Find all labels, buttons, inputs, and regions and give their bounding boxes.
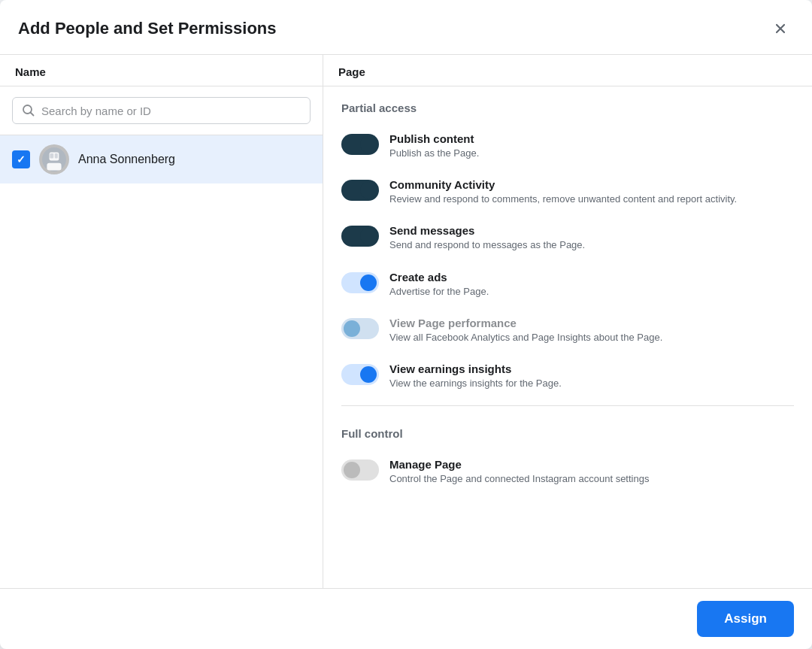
person-list-item[interactable]: ✓ Anna Sonnenberg [0, 135, 323, 183]
perm-text-send-messages: Send messages Send and respond to messag… [389, 224, 794, 252]
permission-row-publish-content: Publish content Publish as the Page. [341, 123, 794, 169]
checkmark-icon: ✓ [17, 153, 26, 165]
toggle-create-ads[interactable] [341, 272, 379, 296]
perm-text-community-activity: Community Activity Review and respond to… [389, 178, 794, 206]
perm-text-create-ads: Create ads Advertise for the Page. [389, 271, 794, 299]
modal: Add People and Set Permissions Name [0, 0, 812, 649]
svg-rect-4 [50, 153, 53, 158]
permission-row-view-page-performance: View Page performance View all Facebook … [341, 308, 794, 353]
perm-title-publish-content: Publish content [389, 132, 794, 145]
name-column-header: Name [0, 55, 323, 86]
search-wrapper [0, 86, 323, 135]
toggle-manage-page[interactable] [341, 459, 379, 484]
perm-title-create-ads: Create ads [389, 271, 794, 284]
svg-rect-5 [55, 153, 58, 158]
perm-desc-create-ads: Advertise for the Page. [389, 285, 794, 299]
permission-row-create-ads: Create ads Advertise for the Page. [341, 262, 794, 308]
partial-access-label: Partial access [341, 86, 794, 123]
permission-row-view-earnings-insights: View earnings insights View the earnings… [341, 353, 794, 399]
close-icon [773, 21, 788, 36]
toggle-community-activity[interactable] [341, 180, 379, 204]
permissions-scroll-area[interactable]: Partial access Publish content Publish a… [323, 86, 812, 588]
avatar [39, 144, 69, 174]
right-column: Page Partial access Publish content Publ… [323, 55, 812, 588]
svg-rect-3 [47, 163, 61, 171]
modal-columns: Name ✓ [0, 55, 812, 588]
assign-button[interactable]: Assign [697, 601, 794, 637]
toggle-publish-content[interactable] [341, 134, 379, 158]
perm-text-view-page-performance: View Page performance View all Facebook … [389, 317, 794, 344]
search-box [12, 97, 311, 124]
toggle-view-earnings-insights[interactable] [341, 364, 379, 388]
perm-title-community-activity: Community Activity [389, 178, 794, 191]
close-button[interactable] [767, 15, 794, 42]
left-column: Name ✓ [0, 55, 323, 588]
perm-title-send-messages: Send messages [389, 224, 794, 237]
perm-desc-view-earnings-insights: View the earnings insights for the Page. [389, 377, 794, 390]
toggle-view-page-performance[interactable] [341, 318, 379, 342]
permission-row-manage-page: Manage Page Control the Page and connect… [341, 449, 794, 495]
perm-desc-community-activity: Review and respond to comments, remove u… [389, 193, 794, 206]
perm-desc-send-messages: Send and respond to messages as the Page… [389, 238, 794, 252]
search-input[interactable] [41, 105, 301, 117]
toggle-send-messages[interactable] [341, 226, 379, 250]
section-divider [341, 405, 794, 406]
perm-title-manage-page: Manage Page [389, 458, 794, 471]
avatar-icon [42, 147, 66, 171]
permission-row-send-messages: Send messages Send and respond to messag… [341, 215, 794, 261]
perm-desc-manage-page: Control the Page and connected Instagram… [389, 472, 794, 486]
modal-title: Add People and Set Permissions [18, 19, 277, 38]
modal-footer: Assign [0, 588, 812, 649]
perm-title-view-earnings-insights: View earnings insights [389, 362, 794, 375]
person-checkbox[interactable]: ✓ [12, 150, 30, 168]
perm-desc-view-page-performance: View all Facebook Analytics and Page Ins… [389, 331, 794, 344]
perm-desc-publish-content: Publish as the Page. [389, 147, 794, 160]
search-icon [22, 104, 35, 117]
person-name: Anna Sonnenberg [78, 153, 175, 166]
modal-header: Add People and Set Permissions [0, 0, 812, 55]
permission-row-community-activity: Community Activity Review and respond to… [341, 169, 794, 215]
perm-text-publish-content: Publish content Publish as the Page. [389, 132, 794, 160]
perm-title-view-page-performance: View Page performance [389, 317, 794, 329]
page-column-header: Page [323, 55, 812, 86]
perm-text-manage-page: Manage Page Control the Page and connect… [389, 458, 794, 486]
full-control-label: Full control [341, 412, 794, 449]
perm-text-view-earnings-insights: View earnings insights View the earnings… [389, 362, 794, 390]
